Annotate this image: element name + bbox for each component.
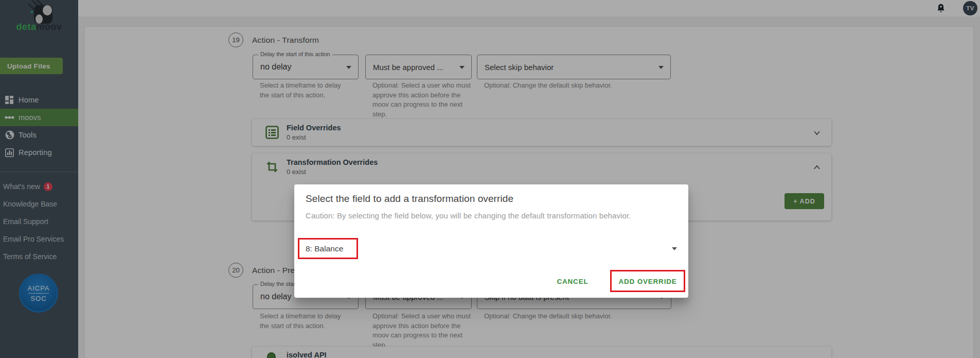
modal-caution-text: Caution: By selecting the field below, y… <box>306 211 631 220</box>
add-override-confirm-button[interactable]: ADD OVERRIDE <box>614 274 681 288</box>
chevron-down-icon <box>672 247 677 250</box>
cancel-button[interactable]: CANCEL <box>550 274 595 288</box>
modal-title: Select the field to add a transformation… <box>306 193 513 204</box>
field-select[interactable]: 8: Balance <box>294 238 688 259</box>
modal-backdrop[interactable] <box>0 0 980 358</box>
field-select-value: 8: Balance <box>306 238 343 259</box>
transformation-override-modal: Select the field to add a transformation… <box>294 184 688 298</box>
app-root: detamoov Upload Files Home moovs Tools <box>0 0 980 358</box>
